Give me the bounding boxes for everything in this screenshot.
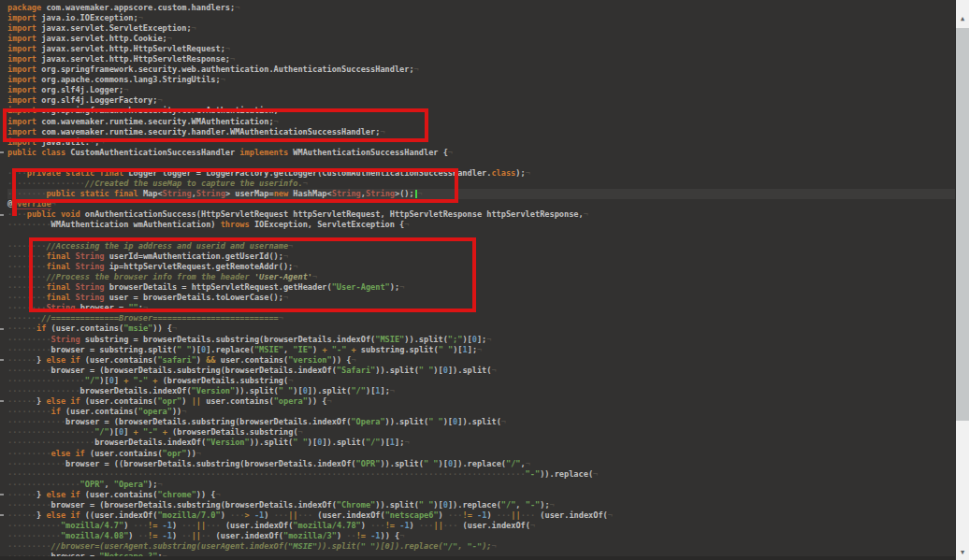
fold-marker[interactable] <box>0 514 4 516</box>
code-line[interactable]: ········String browser = "";¬ <box>7 303 956 313</box>
code-line[interactable]: ····private static final Logger logger =… <box>7 168 956 179</box>
code-token: ··········· <box>7 521 61 530</box>
code-line[interactable]: ······} else if (user.contains("opr") ||… <box>7 396 956 407</box>
code-line[interactable]: public class CustomAuthenticationSuccess… <box>7 148 956 158</box>
code-line[interactable]: ····public void onAuthenticationSuccess(… <box>7 209 956 220</box>
code-token: "mozilla/4.7" <box>61 521 123 530</box>
code-editor[interactable]: package com.wavemaker.appscore.custom.ha… <box>0 0 956 560</box>
code-line[interactable]: import java.io.IOException;¬ <box>7 13 956 23</box>
code-line[interactable]: ···········"mozilla/4.7") ···!= -1) ···|… <box>7 521 956 531</box>
scroll-up-button[interactable]: ▲ <box>956 11 969 26</box>
code-line[interactable]: import com.wavemaker.runtime.security.WM… <box>7 117 956 127</box>
code-line[interactable]: import org.springframework.security.web.… <box>7 65 956 75</box>
code-line[interactable]: import javax.servlet.http.Cookie;¬ <box>7 34 956 44</box>
code-token: user.contains( <box>201 396 274 406</box>
code-line[interactable]: ·········browser = (browserDetails.subst… <box>7 500 956 510</box>
code-line[interactable]: ······if (user.contains("msie")) {¬ <box>7 323 956 334</box>
code-line[interactable]: ·········else if (user.contains("opr"))¬ <box>7 449 956 459</box>
code-token: org.slf4j.LoggerFactory; <box>41 95 157 105</box>
code-token: "opr" <box>163 449 187 458</box>
code-line[interactable]: ·········WMAuthentication wmAuthenticati… <box>7 220 956 230</box>
code-line[interactable]: ··················browserDetails.indexOf… <box>7 438 956 448</box>
code-line[interactable]: ········final String user = browserDetai… <box>7 293 956 303</box>
code-line[interactable]: ········final String ip=httpServletReque… <box>7 262 956 272</box>
code-line[interactable]: ···············"OPR", "Opera");¬ <box>7 480 956 490</box>
code-line[interactable]: ·········if (user.contains("opera"))¬ <box>7 407 956 417</box>
code-token: ¬ <box>288 241 293 251</box>
code-line[interactable]: ······} else if ((user.indexOf("mozilla/… <box>7 510 956 521</box>
code-token: "/" <box>85 376 100 385</box>
code-line[interactable]: ········//Accessing the ip address and u… <box>7 241 956 251</box>
code-line[interactable]: ···············browserDetails.indexOf("V… <box>7 386 956 396</box>
code-token: "mozilla/4.78" <box>293 521 360 530</box>
code-line[interactable]: import javax.servlet.ServletException;¬ <box>7 23 956 34</box>
code-line[interactable]: ········//Process the browser info from … <box>7 272 956 282</box>
code-line[interactable]: import java.util.*;¬ <box>7 137 956 148</box>
fold-marker[interactable] <box>0 359 4 361</box>
code-line[interactable]: ···········"mozilla/4.08") ··!= -1) ··||… <box>7 531 956 541</box>
code-token: "MSIE" <box>375 335 404 344</box>
code-line[interactable]: ········public static final Map<String,S… <box>7 189 956 199</box>
fold-marker[interactable] <box>0 214 4 216</box>
code-token: //Process the browser info from the head… <box>46 272 253 281</box>
code-token: browser = (browserDetails.substring(brow… <box>51 500 337 510</box>
scroll-down-button[interactable]: ▼ <box>956 545 969 560</box>
code-line[interactable]: ··················"/")[0] + "-" + (brows… <box>7 427 956 438</box>
code-line[interactable]: ············browser = ((browserDetails.s… <box>7 459 956 469</box>
code-token: ) <box>439 510 448 520</box>
code-line[interactable]: package com.wavemaker.appscore.custom.ha… <box>7 3 956 13</box>
code-line[interactable]: import javax.servlet.http.HttpServletReq… <box>7 44 956 54</box>
code-token: ¬ <box>221 75 225 84</box>
code-line[interactable]: ················"/")[0] + "-" + (browser… <box>7 376 956 386</box>
code-line[interactable]: ················//Created the useMap to … <box>7 179 956 189</box>
code-line[interactable] <box>7 231 956 241</box>
code-line[interactable]: import org.slf4j.LoggerFactory;¬ <box>7 95 956 106</box>
code-line[interactable]: ········final String userId=wmAuthentica… <box>7 251 956 262</box>
code-line[interactable]: import com.wavemaker.runtime.security.ha… <box>7 127 956 137</box>
code-line[interactable]: ·········browser = substring.split(" ")[… <box>7 345 956 355</box>
fold-marker[interactable] <box>0 328 4 330</box>
code-line[interactable]: ············browser = (browserDetails.su… <box>7 417 956 427</box>
code-token: String <box>46 303 80 312</box>
code-token: public void <box>27 209 85 219</box>
code-line[interactable]: ······} else if (user.contains("safari")… <box>7 355 956 366</box>
code-token: ) <box>264 510 273 520</box>
scrollbar-thumb[interactable] <box>956 28 969 421</box>
vertical-scrollbar[interactable]: ▲ ▼ <box>955 0 969 560</box>
code-token: ········ <box>7 303 46 312</box>
code-token: > userMap= <box>225 189 274 198</box>
code-line[interactable]: ········final String browserDetails = ht… <box>7 282 956 293</box>
fold-marker[interactable] <box>0 400 4 402</box>
code-line[interactable]: import org.slf4j.Logger;¬ <box>7 85 956 95</box>
code-line[interactable]: ········································… <box>7 469 956 480</box>
code-token: ················ <box>7 179 85 188</box>
code-token: || <box>196 521 206 530</box>
code-line[interactable]: ·········//browser=(userAgent.substring(… <box>7 541 956 552</box>
code-editor-screenshot: package com.wavemaker.appscore.custom.ha… <box>0 0 969 560</box>
code-line[interactable]: ·······//==============Browser==========… <box>7 313 956 323</box>
horizontal-scrollbar-track[interactable] <box>0 556 956 560</box>
code-token: browserDetails = httpServletRequest.getH… <box>109 282 332 292</box>
code-line[interactable]: import org.apache.commons.lang3.StringUt… <box>7 75 956 85</box>
code-token: )[ <box>109 427 119 437</box>
code-token: ········································… <box>7 469 526 479</box>
code-line[interactable]: ·········browser = (browserDetails.subst… <box>7 366 956 376</box>
code-token: && <box>206 355 215 365</box>
code-line[interactable]: ·········String substring = browserDetai… <box>7 335 956 345</box>
fold-marker[interactable] <box>0 151 4 153</box>
code-token: javax.servlet.http.Cookie; <box>41 34 167 43</box>
code-token: ··· <box>230 510 245 520</box>
code-line[interactable]: ······} else if (user.contains("chrome")… <box>7 490 956 500</box>
code-token: ········· <box>7 366 51 375</box>
code-token: ········· <box>7 220 51 229</box>
code-line[interactable]: import org.springframework.security.core… <box>7 106 956 116</box>
code-token: )[ <box>192 345 201 354</box>
code-token: ¬ <box>51 199 56 208</box>
code-line[interactable]: @Override¬ <box>7 199 956 209</box>
code-line[interactable] <box>7 158 956 168</box>
code-token: -1 <box>163 521 172 530</box>
code-token: " " <box>439 345 454 354</box>
code-line[interactable]: import javax.servlet.http.HttpServletRes… <box>7 54 956 65</box>
fold-marker[interactable] <box>0 494 4 495</box>
code-token: || <box>433 521 442 530</box>
